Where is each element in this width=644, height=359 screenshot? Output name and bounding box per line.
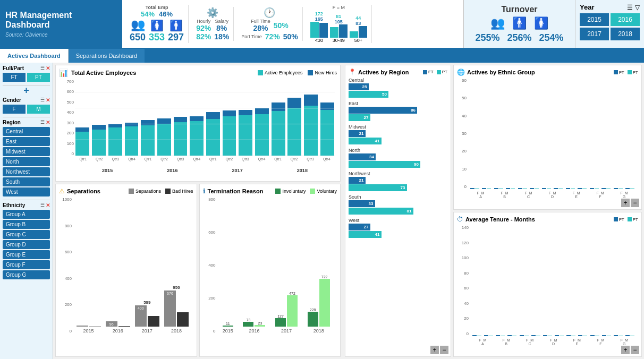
year-filter-icon[interactable]: ☰ — [627, 4, 633, 11]
ethnicity-item-group-c[interactable]: Group C — [3, 230, 50, 239]
region-item-midwest[interactable]: Midwest — [3, 147, 50, 156]
ethnicity-item-group-a[interactable]: Group A — [3, 210, 50, 219]
fulltime-label: Full Time — [251, 19, 270, 24]
tab-actives[interactable]: Actives Dashboard — [0, 49, 69, 63]
tenure-group — [518, 335, 541, 336]
gender-filter-icon[interactable]: ☰ — [40, 97, 45, 103]
hourly-pct: 92% — [196, 24, 211, 32]
ethnicity-item-group-b[interactable]: Group B — [3, 220, 50, 229]
app-source: Source: Obvience — [5, 32, 117, 38]
app-title: HR Management Dashboard — [5, 11, 117, 30]
add-icon[interactable]: + — [23, 86, 29, 95]
tenure-legend-ft: FT — [619, 217, 624, 222]
pct-male: 46% — [159, 10, 173, 18]
parttime-pct2: 50% — [283, 32, 298, 41]
region-bar-row: Midwest2141 — [349, 124, 447, 144]
ethnic-chart: 🌐 Actives by Ethnic Group FT PT 60504030… — [453, 65, 642, 210]
ethnic-title: Actives by Ethnic Group — [467, 69, 535, 75]
year-funnel-icon[interactable]: ▽ — [635, 4, 640, 11]
btn-pt[interactable]: PT — [27, 73, 50, 82]
total-active-title: Total Active Employees — [71, 70, 136, 76]
btn-ft[interactable]: FT — [3, 73, 26, 82]
term-title: Termination Reason — [208, 188, 264, 194]
ethnic-group — [493, 188, 516, 189]
ethnicity-item-group-e[interactable]: Group E — [3, 250, 50, 259]
age-under30-m: 165 — [315, 16, 323, 22]
fullpart-filter-icon[interactable]: ☰ — [40, 65, 45, 71]
ethnic-group — [612, 188, 636, 189]
tab-separations[interactable]: Separations Dashboard — [69, 49, 145, 63]
tenure-title: Average Tenure - Months — [465, 216, 535, 223]
tenure-legend-pt: PT — [633, 217, 638, 222]
hourly-label: Hourly — [197, 19, 210, 24]
year-btn-2015[interactable]: 2015 — [580, 13, 609, 26]
gender-clear-icon[interactable]: ✕ — [46, 97, 50, 103]
ethnicity-item-group-g[interactable]: Group G — [3, 270, 50, 279]
turnover-val1: 255% — [475, 32, 499, 44]
filter-ethnicity-label: Ethnicity — [3, 202, 25, 208]
filter-fullpart: Full/Part ☰ ✕ FT PT — [3, 65, 50, 82]
pct-female: 54% — [141, 10, 155, 18]
btn-male[interactable]: M — [27, 105, 50, 114]
ethnicity-item-group-d[interactable]: Group D — [3, 240, 50, 249]
region-legend-pt: PT — [442, 70, 447, 74]
year-btn-2018[interactable]: 2018 — [611, 28, 640, 40]
fulltime-pct: 28% — [253, 24, 268, 32]
legend-newhire: New Hires — [315, 70, 337, 75]
parttime-label: Part Time — [241, 34, 262, 39]
termination-chart: ℹ Termination Reason Involuntary Volunta… — [199, 184, 341, 357]
filter-gender: Gender ☰ ✕ F M — [3, 97, 50, 114]
ethnic-plus-btn[interactable]: + — [621, 199, 630, 207]
ethnic-legend-pt: PT — [633, 70, 638, 75]
salary-pct2: 18% — [214, 32, 229, 41]
ethnicity-item-group-f[interactable]: Group F — [3, 260, 50, 269]
region-title: Actives by Region — [358, 69, 409, 75]
region-item-west[interactable]: West — [3, 187, 50, 196]
tenure-group — [471, 335, 494, 336]
turnover-title: Turnover — [501, 5, 537, 14]
ethnic-legend-ft: FT — [619, 70, 624, 75]
age-50plus-f: 44 — [355, 15, 361, 21]
ethnic-group — [469, 188, 493, 189]
total-active-chart: 📊 Total Active Employees Active Employee… — [55, 65, 341, 182]
region-plus-btn[interactable]: + — [430, 346, 439, 354]
tenure-plus-btn[interactable]: + — [621, 346, 630, 354]
salary-label: Salary — [215, 19, 228, 24]
ethnic-group — [564, 188, 588, 189]
ethnic-group — [516, 188, 540, 189]
region-item-central[interactable]: Central — [3, 127, 50, 136]
ethnicity-clear-icon[interactable]: ✕ — [46, 202, 50, 208]
tenure-group — [565, 335, 589, 336]
age-3049-m: 105 — [335, 19, 343, 24]
region-item-north[interactable]: North — [3, 157, 50, 166]
term-legend-inv: Involuntary — [282, 189, 306, 194]
age-label-50p: 50+ — [354, 38, 362, 43]
region-bar-row: Northwest2173 — [349, 171, 447, 191]
turnover-val3: 254% — [539, 32, 564, 44]
region-item-northwest[interactable]: Northwest — [3, 167, 50, 176]
btn-female[interactable]: F — [3, 105, 26, 114]
region-clear-icon[interactable]: ✕ — [46, 119, 50, 125]
ethnic-group — [588, 188, 612, 189]
tenure-minus-btn[interactable]: − — [631, 346, 639, 354]
region-bar-row: South3381 — [349, 194, 447, 215]
female-count: 353 — [149, 32, 165, 43]
ethnicity-filter-icon[interactable]: ☰ — [40, 202, 45, 208]
ethnic-minus-btn[interactable]: − — [631, 199, 639, 207]
region-item-south[interactable]: South — [3, 177, 50, 186]
region-minus-btn[interactable]: − — [440, 346, 448, 354]
region-item-east[interactable]: East — [3, 137, 50, 146]
year-btn-2016[interactable]: 2016 — [611, 13, 640, 26]
app-header: HR Management Dashboard Source: Obvience — [0, 0, 122, 48]
year-btn-2017[interactable]: 2017 — [580, 28, 609, 40]
fullpart-clear-icon[interactable]: ✕ — [46, 65, 50, 71]
age-50plus-m: 83 — [355, 21, 361, 26]
sep-legend-bad: Bad Hires — [172, 189, 193, 194]
term-legend-vol: Voluntary — [317, 189, 337, 194]
filter-gender-label: Gender — [3, 97, 21, 103]
tenure-group — [494, 335, 518, 336]
actives-region-chart: 📍 Actives by Region FT PT Central2550Eas… — [345, 65, 451, 357]
region-filter-icon[interactable]: ☰ — [40, 119, 45, 125]
region-bar-row: East8627 — [349, 101, 447, 121]
filter-region-label: Region — [3, 119, 21, 125]
